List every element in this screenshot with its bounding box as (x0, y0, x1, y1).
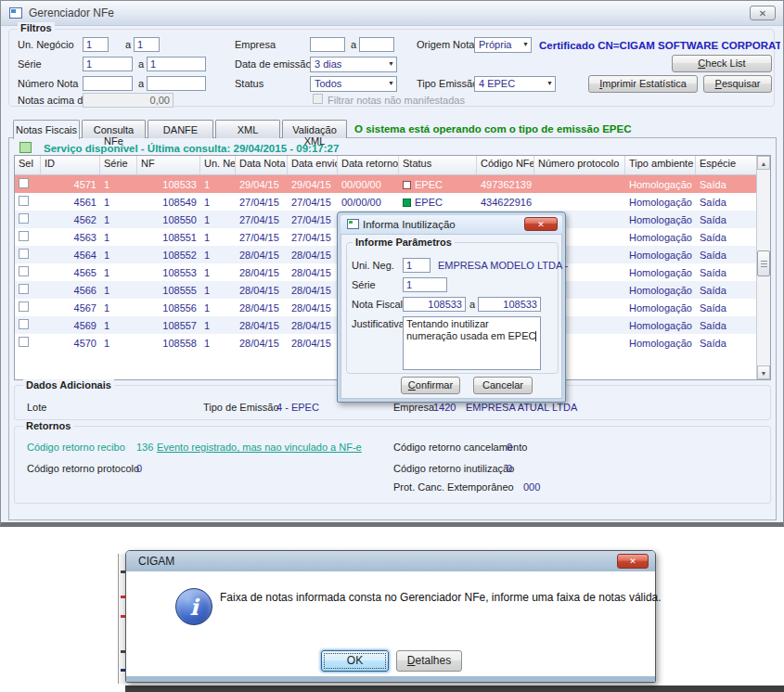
row-checkbox[interactable] (19, 178, 29, 188)
dialog-icon (347, 219, 359, 229)
data-emissao-label: Data de emissão (235, 58, 312, 70)
status-select[interactable]: Todos ▼ (310, 76, 397, 92)
check-list-button[interactable]: Check List (672, 55, 772, 72)
justificativa-textarea[interactable]: Tentando inutilizar numeração usada em E… (403, 316, 541, 370)
numero-nota-label: Número Nota (18, 78, 78, 89)
tab-danfe[interactable]: DANFE (148, 120, 213, 138)
column-header[interactable]: Série (100, 156, 137, 174)
row-checkbox[interactable] (19, 196, 29, 206)
close-icon[interactable]: ✕ (617, 554, 649, 569)
column-header[interactable]: Espécie (696, 156, 757, 174)
dados-adicionais-legend: Dados Adicionais (23, 379, 114, 391)
numero-nota-from-field[interactable] (83, 76, 133, 91)
table-row[interactable]: 4561 1 108549 1 27/04/15 27/04/15 00/00/… (15, 193, 770, 211)
nota-fiscal-to-field[interactable]: 108533 (478, 297, 541, 312)
column-header[interactable]: Sel (15, 156, 41, 174)
retorno-recibo-code: 136 (136, 442, 153, 453)
tab-notas-fiscais[interactable]: Notas Fiscais (13, 120, 80, 139)
status-box-icon (403, 181, 411, 189)
ok-button[interactable]: OK (321, 650, 389, 672)
scrollbar-thumb[interactable] (757, 250, 770, 276)
data-emissao-select[interactable]: 3 dias ▼ (310, 57, 397, 72)
chevron-down-icon: ▼ (388, 80, 394, 86)
row-checkbox[interactable] (19, 213, 29, 224)
column-header[interactable]: Un. Neg. (200, 156, 236, 174)
filters-legend: Filtros (18, 22, 55, 33)
serie-from-field[interactable]: 1 (83, 57, 133, 71)
scroll-down-icon[interactable]: ▼ (757, 365, 770, 379)
column-header[interactable]: NF (137, 156, 200, 174)
range-sep: a (469, 299, 475, 310)
tab-consulta-nfe[interactable]: Consulta NFe (82, 120, 146, 138)
row-checkbox[interactable] (19, 284, 29, 294)
imprimir-estatistica-button[interactable]: Imprimir Estatística (588, 75, 698, 93)
row-checkbox[interactable] (19, 319, 29, 329)
scroll-up-icon[interactable]: ▲ (757, 156, 770, 170)
origem-nota-select[interactable]: Própria ▼ (474, 37, 532, 53)
window-title: Gerenciador NFe (29, 6, 114, 19)
table-scrollbar[interactable]: ▲ ▼ (756, 156, 770, 379)
nota-fiscal-label: Nota Fiscal (352, 299, 403, 310)
close-icon[interactable]: ✕ (524, 217, 558, 231)
serie-dialog-field[interactable]: 1 (403, 277, 447, 292)
column-header[interactable]: Data envio (288, 156, 338, 174)
un-negocio-from-field[interactable]: 1 (83, 37, 109, 52)
column-header[interactable]: Data retorno (338, 156, 399, 174)
emission-mode-message: O sistema está operando com o tipo de em… (354, 123, 631, 135)
row-checkbox[interactable] (19, 249, 29, 259)
row-checkbox[interactable] (19, 337, 29, 347)
range-sep: a (138, 78, 144, 89)
service-status-text: Serviço disponível - Última consulta: 29… (44, 143, 339, 154)
tipo-emissao-select[interactable]: 4 EPEC ▼ (474, 76, 556, 92)
column-header[interactable]: Tipo ambiente (625, 156, 696, 174)
column-header[interactable]: Código NFe (477, 156, 534, 174)
notas-acima-label: Notas acima de (18, 95, 88, 106)
empresa-to-field[interactable] (359, 37, 394, 52)
retorno-inutilizacao-label: Código retorno inutilização (393, 463, 514, 474)
column-header[interactable]: Número protocolo (534, 156, 625, 174)
cancelar-button[interactable]: Cancelar (473, 377, 533, 394)
origem-nota-label: Origem Nota (417, 39, 474, 50)
column-header[interactable]: Status (399, 156, 477, 174)
chevron-down-icon: ▼ (522, 41, 529, 47)
dialog-title-bar: Informa Inutilização ✕ (341, 215, 562, 234)
empresa-from-field[interactable] (310, 37, 345, 52)
empresa-name: EMPRESA ATUAL LTDA (466, 402, 577, 413)
chevron-down-icon: ▼ (546, 80, 553, 86)
status-label: Status (235, 78, 263, 89)
column-header[interactable]: Data Nota (236, 156, 288, 174)
serie-dialog-label: Série (352, 279, 376, 290)
retorno-inutilizacao-value: 0 (507, 463, 512, 474)
row-checkbox[interactable] (19, 266, 29, 276)
nota-fiscal-from-field[interactable]: 108533 (403, 297, 466, 312)
column-header[interactable]: ID (41, 156, 100, 174)
filtrar-label: Filtrar notas não manifestadas (328, 95, 465, 106)
chevron-down-icon: ▼ (388, 60, 394, 67)
dialog-message: Faixa de notas informada consta no Geren… (220, 590, 665, 606)
tipo-emissao-dados-label: Tipo de Emissão (203, 402, 279, 413)
uni-neg-field[interactable]: 1 (403, 258, 431, 273)
background-window-top-edge (125, 686, 784, 692)
tipo-emissao-label: Tipo Emissão (417, 78, 478, 89)
empresa-code: 1420 (433, 402, 456, 413)
detalhes-button[interactable]: Detalhes (396, 650, 462, 672)
row-checkbox[interactable] (19, 231, 29, 241)
retorno-cancelamento-value: 0 (507, 442, 512, 453)
pesquisar-button[interactable]: Pesquisar (703, 75, 772, 93)
range-sep: a (125, 39, 131, 50)
serie-to-field[interactable]: 1 (147, 57, 206, 71)
confirmar-button[interactable]: Confirmar (401, 377, 460, 394)
uni-neg-label: Uni. Neg. (352, 260, 394, 271)
row-checkbox[interactable] (19, 301, 29, 312)
retorno-recibo-label: Código retorno recibo (27, 442, 125, 453)
prot-canc-value: 000 (523, 481, 540, 493)
tab-validacao-xml[interactable]: Validação XML (282, 120, 347, 138)
un-negocio-to-field[interactable]: 1 (134, 37, 160, 52)
tab-xml[interactable]: XML (215, 120, 280, 138)
numero-nota-to-field[interactable] (147, 76, 206, 91)
close-icon[interactable]: ✕ (750, 6, 776, 20)
status-value: Todos (315, 78, 341, 89)
retorno-recibo-link[interactable]: Evento registrado, mas nao vinculado a N… (157, 442, 362, 453)
table-row[interactable]: 4571 1 108533 1 29/04/15 29/04/15 00/00/… (15, 175, 770, 193)
range-sep: a (138, 58, 144, 70)
